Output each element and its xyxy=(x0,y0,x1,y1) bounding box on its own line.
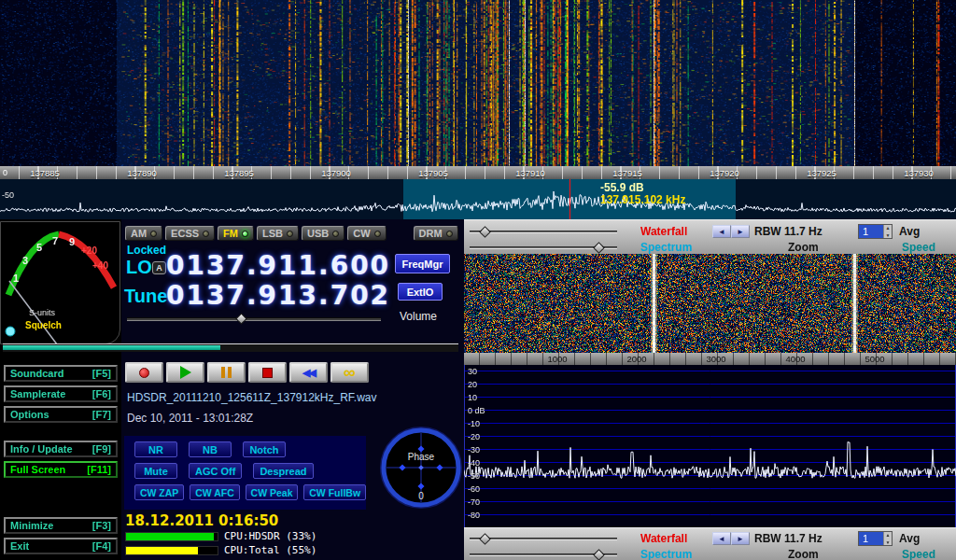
cw-zap-button[interactable]: CW ZAP xyxy=(134,484,184,500)
avg-label: Avg xyxy=(899,532,920,545)
mode-cw-button[interactable]: CW xyxy=(347,226,386,241)
loop-button[interactable]: ∞ xyxy=(330,362,369,383)
db-label: 30 xyxy=(468,367,477,376)
samplerate-button[interactable]: Samplerate[F6] xyxy=(4,385,118,402)
audio-spectrum-canvas[interactable] xyxy=(464,365,956,527)
drm-led-icon xyxy=(446,231,453,237)
avg-count-select[interactable]: 1 ▲▼ xyxy=(858,531,893,546)
mode-fm-button[interactable]: FM xyxy=(218,226,254,241)
rewind-button[interactable]: ◀◀ xyxy=(289,362,328,383)
spectrum-gain-thumb[interactable] xyxy=(593,549,605,560)
cw-peak-button[interactable]: CW Peak xyxy=(246,484,299,500)
overview-spectrum-canvas[interactable] xyxy=(0,179,956,219)
select-scrollbar[interactable]: ▲▼ xyxy=(883,225,892,238)
nr-button[interactable]: NR xyxy=(134,441,177,457)
agc-off-button[interactable]: AGC Off xyxy=(189,463,242,479)
button-label: Info / Update xyxy=(10,443,73,455)
cw-afc-button[interactable]: CW AFC xyxy=(190,484,239,500)
waterfall-contrast-thumb[interactable] xyxy=(479,533,491,545)
mode-drm-button[interactable]: DRM xyxy=(414,226,458,241)
spectrum-mode-label[interactable]: Spectrum xyxy=(640,548,692,560)
smeter-tick-label: 1 xyxy=(13,273,19,284)
exit-button[interactable]: Exit[F4] xyxy=(4,538,118,554)
spectrum-gain-slider[interactable] xyxy=(470,553,617,556)
volume-slider[interactable] xyxy=(127,317,381,321)
audio-waterfall-display[interactable] xyxy=(464,254,956,353)
audio-spectrum-display[interactable]: 30 20 10 0 dB -10 -20 -30 -40 -50 -60 -7… xyxy=(464,365,956,527)
button-label: Options xyxy=(10,409,49,420)
mute-button[interactable]: Mute xyxy=(134,463,177,479)
audio-frequency-scale[interactable]: 1000 2000 3000 4000 5000 xyxy=(464,353,956,365)
options-button[interactable]: Options[F7] xyxy=(4,406,118,423)
select-scrollbar[interactable]: ▲▼ xyxy=(883,532,892,545)
phase-value-label: 0 xyxy=(418,491,424,501)
date-time-display: 18.12.2011 0:16:50 xyxy=(125,512,278,529)
despread-button[interactable]: Despread xyxy=(253,463,313,479)
overview-spectrum-display[interactable]: -50 -55.9 dB 137.915.102 kHz xyxy=(0,179,956,219)
lo-a-badge-button[interactable]: A xyxy=(152,261,166,274)
full-screen-button[interactable]: Full Screen[F11] xyxy=(4,461,118,478)
spectrum-gain-thumb[interactable] xyxy=(593,242,605,254)
soundcard-button[interactable]: Soundcard[F5] xyxy=(4,365,118,382)
usb-led-icon xyxy=(332,231,339,237)
waterfall-contrast-slider[interactable] xyxy=(470,538,617,540)
scroll-up-arrow-icon[interactable]: ▲ xyxy=(886,532,891,538)
rbw-label: RBW 11.7 Hz xyxy=(754,532,822,545)
audio-freq-tick: 5000 xyxy=(865,354,884,364)
zoom-out-arrow-icon[interactable]: ◄ xyxy=(712,532,731,545)
lo-frequency-display[interactable]: 0137.911.600 xyxy=(166,252,390,280)
pause-button[interactable] xyxy=(207,362,246,383)
spectrum-mode-label[interactable]: Spectrum xyxy=(640,241,692,254)
fm-led-icon xyxy=(242,231,248,237)
mode-usb-button[interactable]: USB xyxy=(302,226,344,241)
extio-button[interactable]: ExtIO xyxy=(398,283,443,301)
zoom-in-arrow-icon[interactable]: ► xyxy=(731,225,750,238)
ecss-led-icon xyxy=(203,231,209,237)
nb-button[interactable]: NB xyxy=(189,441,232,457)
mode-am-button[interactable]: AM xyxy=(125,226,162,241)
display-controls-bottom: Waterfall ◄ ► RBW 11.7 Hz 1 ▲▼ Avg Spect… xyxy=(464,527,956,560)
button-label: Minimize xyxy=(10,520,53,531)
mode-lsb-button[interactable]: LSB xyxy=(257,226,299,241)
record-button[interactable] xyxy=(125,362,163,383)
scroll-down-arrow-icon[interactable]: ▼ xyxy=(886,539,891,545)
avg-count-select[interactable]: 1 ▲▼ xyxy=(858,224,893,239)
waterfall-mode-label[interactable]: Waterfall xyxy=(640,225,687,238)
mode-ecss-button[interactable]: ECSS xyxy=(165,226,215,241)
notch-button[interactable]: Notch xyxy=(243,441,286,457)
minimize-button[interactable]: Minimize[F3] xyxy=(4,517,118,534)
waterfall-contrast-thumb[interactable] xyxy=(479,226,491,238)
waterfall-contrast-slider[interactable] xyxy=(470,231,617,233)
scroll-up-arrow-icon[interactable]: ▲ xyxy=(886,225,891,231)
freq-tick: 137920 xyxy=(710,168,739,178)
play-button[interactable] xyxy=(166,362,204,383)
cpu-status: CPU:HDSDR (33%) CPU:Total (55%) xyxy=(125,530,316,558)
main-waterfall-display[interactable] xyxy=(0,0,956,166)
locked-status-label: Locked xyxy=(127,244,166,257)
scroll-down-arrow-icon[interactable]: ▼ xyxy=(886,232,891,238)
squelch-knob[interactable] xyxy=(6,327,15,336)
freq-tick: 137885 xyxy=(30,168,60,178)
smeter-tick-label: 5 xyxy=(36,242,42,253)
lsb-led-icon xyxy=(287,231,293,237)
frequency-scale[interactable]: 137885 137890 137895 137900 137905 13791… xyxy=(0,166,956,179)
stop-icon xyxy=(262,368,273,378)
db-label: 20 xyxy=(468,380,477,389)
play-icon xyxy=(180,366,191,379)
speed-label: Speed xyxy=(902,241,935,254)
db-label: -50 xyxy=(468,471,480,481)
freqmgr-button[interactable]: FreqMgr xyxy=(395,254,450,273)
button-hotkey: [F6] xyxy=(92,388,111,399)
spectrum-gain-slider[interactable] xyxy=(470,246,617,249)
db-label: -60 xyxy=(468,484,480,494)
zoom-label: Zoom xyxy=(788,548,819,560)
stop-button[interactable] xyxy=(248,362,287,383)
cw-fullbw-button[interactable]: CW FullBw xyxy=(303,484,366,500)
zoom-out-arrow-icon[interactable]: ◄ xyxy=(712,225,731,238)
cpu-total-bar xyxy=(125,546,218,555)
zoom-in-arrow-icon[interactable]: ► xyxy=(731,532,750,545)
button-label: Soundcard xyxy=(10,368,63,379)
info-update-button[interactable]: Info / Update[F9] xyxy=(4,441,118,457)
tune-frequency-display[interactable]: 0137.913.702 xyxy=(166,282,390,310)
waterfall-mode-label[interactable]: Waterfall xyxy=(640,532,687,545)
